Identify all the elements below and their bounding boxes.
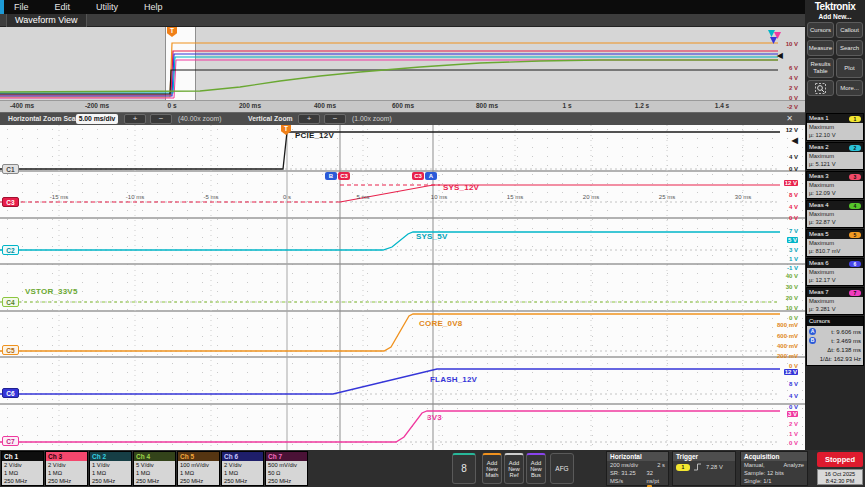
ch3-badge[interactable]: Ch 3 2 V/div1 MΩ250 MHz <box>45 451 88 486</box>
more-button[interactable]: More... <box>836 80 863 96</box>
cursors-button[interactable]: Cursors <box>807 22 834 38</box>
menu-bar: File Edit Utility Help <box>0 0 805 14</box>
afg-button[interactable]: AFG <box>550 453 574 484</box>
meas-2-card[interactable]: Meas 22 Maximumµ: 5.121 V <box>806 142 864 170</box>
time-gridlines <box>59 125 743 450</box>
h-zoom-factor: (40.00x zoom) <box>178 115 221 122</box>
meas-stat: Maximum <box>809 152 863 160</box>
meas-name: Meas 2 <box>809 144 829 150</box>
ov-trace-c7 <box>0 60 778 98</box>
c2-scale: 1 V <box>764 256 798 263</box>
trace-label-3v3: 3V3 <box>427 413 442 422</box>
callout-button[interactable]: Callout <box>836 22 863 38</box>
plot-button[interactable]: Plot <box>836 58 863 78</box>
meas-6-source-badge: 6 <box>849 261 861 267</box>
trace-c1-pcie-12v <box>0 132 780 169</box>
channel-badge-c1[interactable]: C1 <box>2 164 19 174</box>
acquisition-panel[interactable]: Acquisition Manual,Analyze Sample: 12 bi… <box>740 451 808 486</box>
search-button[interactable]: Search <box>836 40 863 56</box>
ch2-badge[interactable]: Ch 2 1 V/div1 MΩ250 MHz <box>89 451 132 486</box>
meas-stat: Maximum <box>809 181 863 189</box>
ch1-badge[interactable]: Ch 1 2 V/div1 MΩ250 MHz <box>1 451 44 486</box>
c2-scale: -1 V <box>764 265 798 272</box>
cursor-inv-delta-t: 1/Δt: 162.93 Hz <box>820 356 861 362</box>
menu-help[interactable]: Help <box>144 2 163 12</box>
ch6-badge[interactable]: Ch 6 2 V/div1 MΩ250 MHz <box>221 451 264 486</box>
meas-stat: Maximum <box>809 297 863 305</box>
meas-7-card[interactable]: Meas 77 Maximumµ: 3.281 V <box>806 287 864 315</box>
meas-5-card[interactable]: Meas 55 Maximumµ: 810.7 mV <box>806 229 864 257</box>
meas-stat: Maximum <box>809 123 863 131</box>
menu-edit[interactable]: Edit <box>55 2 71 12</box>
c4-scale: 30 V <box>764 284 798 291</box>
channel-badge-c6[interactable]: C6 <box>2 388 19 398</box>
c7-scale: 1 V <box>764 431 798 438</box>
channel-badge-c7[interactable]: C7 <box>2 436 19 446</box>
right-sidebar: Tektronix Add New... Cursors Callout Mea… <box>805 0 865 450</box>
meas-1-card[interactable]: Meas 11 Maximumµ: 12.10 V <box>806 113 864 141</box>
cursor-source-badge[interactable]: C3 <box>412 172 424 180</box>
mv-tick: 10 ms <box>426 194 452 200</box>
add-new-bus-button[interactable]: Add New Bus <box>526 453 546 484</box>
c5-scale: 200 mV <box>764 353 798 360</box>
meas-name: Meas 3 <box>809 173 829 179</box>
c2-scale: 3 V <box>764 247 798 254</box>
channel-badge-c2[interactable]: C2 <box>2 245 19 255</box>
menu-utility[interactable]: Utility <box>96 2 118 12</box>
meas-stat: Maximum <box>809 210 863 218</box>
meas-value: µ: 12.10 V <box>809 131 863 139</box>
meas-name: Meas 5 <box>809 231 829 237</box>
ov-volt: 2 V <box>772 85 798 91</box>
mv-tick: 25 ms <box>654 194 680 200</box>
ov-tick: -200 ms <box>82 102 112 109</box>
close-icon[interactable]: ✕ <box>786 114 793 123</box>
main-waveform-view[interactable]: T B C3 C3 A -15 ms -10 ms -5 ms 0 s 5 ms… <box>0 125 805 450</box>
measure-button[interactable]: Measure <box>807 40 834 56</box>
menu-file[interactable]: File <box>14 2 29 12</box>
meas-3-card[interactable]: Meas 33 Maximumµ: 12.09 V <box>806 171 864 199</box>
v-zoom-plus-button[interactable]: + <box>298 114 320 124</box>
main-traces-svg <box>0 125 805 450</box>
horizontal-panel[interactable]: Horizontal 200 ms/div2 s SR: 31.25 MS/s3… <box>606 451 669 486</box>
results-table-button[interactable]: Results Table <box>807 58 834 78</box>
channel-badge-c4[interactable]: C4 <box>2 297 19 307</box>
v-zoom-minus-button[interactable]: − <box>324 114 346 124</box>
add-new-ref-button[interactable]: Add New Ref <box>504 453 524 484</box>
mv-tick: -15 ms <box>46 194 72 200</box>
run-stop-status-button[interactable]: Stopped <box>817 452 863 467</box>
cursor-a-badge[interactable]: A <box>425 172 437 180</box>
c7-scale: 2 V <box>764 421 798 428</box>
meas-stat: Maximum <box>809 239 863 247</box>
zoom-mode-icon <box>815 83 826 94</box>
c5-scale: 800 mV <box>764 322 798 329</box>
channel-badge-c5[interactable]: C5 <box>2 345 19 355</box>
trace-c3-sys-12v <box>340 185 780 202</box>
h-zoom-minus-button[interactable]: − <box>150 114 172 124</box>
meas-6-card[interactable]: Meas 66 Maximumµ: 12.17 V <box>806 258 864 286</box>
trigger-panel[interactable]: Trigger 1 7.28 V <box>672 451 736 486</box>
channel-badge-c3[interactable]: C3 <box>2 197 19 207</box>
ov-volt: 6 V <box>772 65 798 71</box>
digital-8-button[interactable]: 8 <box>452 453 476 484</box>
tab-waveform-view[interactable]: Waveform View <box>6 14 87 27</box>
cursor-b-badge[interactable]: B <box>325 172 337 180</box>
c3-scale: 12 V <box>764 180 798 187</box>
c1-position-marker-icon: ◀ <box>764 137 798 144</box>
zoom-mode-button[interactable] <box>807 80 834 96</box>
ch-name: Ch 7 <box>266 452 307 461</box>
waveform-overview[interactable]: T -400 ms -200 ms 0 s 200 ms 400 ms 600 … <box>0 27 805 112</box>
h-zoom-plus-button[interactable]: + <box>124 114 146 124</box>
cursors-readout-card[interactable]: Cursors At: 9.606 ms Bt: 3.469 ms Δt: 6.… <box>806 316 864 366</box>
h-zoom-scale-value[interactable]: 5.00 ms/div <box>76 114 118 124</box>
add-new-math-button[interactable]: Add New Math <box>482 453 502 484</box>
cursor-source-badge[interactable]: C3 <box>338 172 350 180</box>
meas-4-card[interactable]: Meas 44 Maximumµ: 32.87 V <box>806 200 864 228</box>
c4-scale: 20 V <box>764 295 798 302</box>
c7-scale: 3 V <box>764 411 798 418</box>
ch7-badge[interactable]: Ch 7 500 mV/div50 Ω250 MHz <box>265 451 308 486</box>
cursor-delta-t: Δt: 6.138 ms <box>827 347 861 353</box>
tab-bar: Waveform View <box>0 14 805 27</box>
trace-c5-core-0v8 <box>0 314 780 351</box>
ch5-badge[interactable]: Ch 5 100 mV/div1 MΩ250 MHz <box>177 451 220 486</box>
ch4-badge[interactable]: Ch 4 5 V/div1 MΩ250 MHz <box>133 451 176 486</box>
